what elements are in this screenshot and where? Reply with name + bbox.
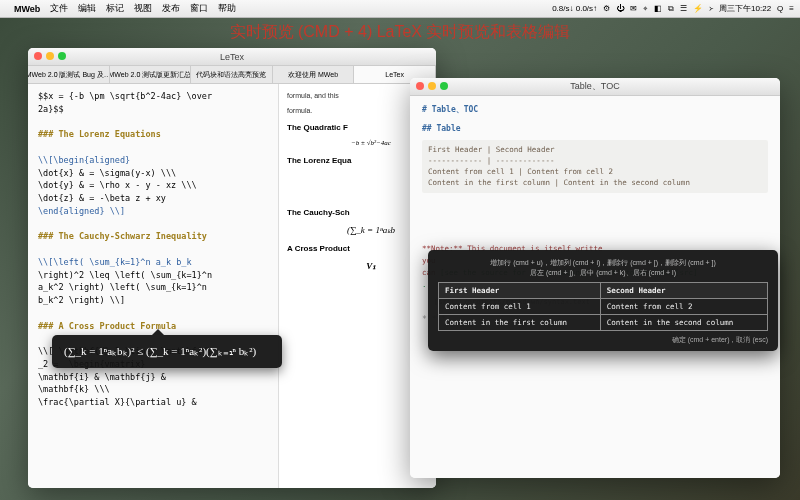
- table-row[interactable]: Content in the first column Content in t…: [439, 314, 768, 330]
- menu-help[interactable]: 帮助: [218, 2, 236, 15]
- table-cell[interactable]: Second Header: [600, 282, 767, 298]
- menu-publish[interactable]: 发布: [162, 2, 180, 15]
- battery-icon[interactable]: ⚡: [693, 4, 703, 13]
- menubar: MWeb 文件 编辑 标记 视图 发布 窗口 帮助 0.8/s↓ 0.0/s↑ …: [0, 0, 800, 18]
- menu-mark[interactable]: 标记: [106, 2, 124, 15]
- page-title: 实时预览 (CMD + 4) LaTeX 实时预览和表格编辑: [0, 22, 800, 43]
- editor-window: LeTex MWeb 2.0 版测试 Bug 及… MWeb 2.0 测试版更新…: [28, 48, 436, 488]
- tooltip-formula: (∑_k = 1ⁿaₖbₖ)² ≤ (∑_k = 1ⁿaₖ²)(∑ₖ₌₁ⁿ bₖ…: [64, 345, 256, 357]
- status-icon[interactable]: ⌖: [643, 4, 648, 14]
- latex-tooltip: (∑_k = 1ⁿaₖbₖ)² ≤ (∑_k = 1ⁿaₖ²)(∑ₖ₌₁ⁿ bₖ…: [52, 335, 282, 368]
- spotlight-icon[interactable]: Q: [777, 4, 783, 13]
- close-button[interactable]: [416, 82, 424, 90]
- table-cell[interactable]: First Header: [439, 282, 601, 298]
- md-link-ref: .: [422, 280, 427, 289]
- menu-view[interactable]: 视图: [134, 2, 152, 15]
- md-line: Content in the first column | Content in…: [428, 177, 762, 188]
- shortcuts-hint: 增加行 (cmd + u)，增加列 (cmd + i)，删除行 (cmd + […: [438, 258, 768, 278]
- table-row[interactable]: Content from cell 1 Content from cell 2: [439, 298, 768, 314]
- status-icon[interactable]: ◧: [654, 4, 662, 13]
- status-icon[interactable]: ⚙: [603, 4, 610, 13]
- menu-file[interactable]: 文件: [50, 2, 68, 15]
- editor-titlebar[interactable]: LeTex: [28, 48, 436, 66]
- md-h1: # Table、TOC: [422, 104, 768, 117]
- zoom-button[interactable]: [58, 52, 66, 60]
- md-line: Content from cell 1 | Content from cell …: [428, 166, 762, 177]
- table-editor-overlay: 增加行 (cmd + u)，增加列 (cmd + i)，删除行 (cmd + […: [428, 250, 778, 351]
- minimize-button[interactable]: [46, 52, 54, 60]
- status-icon[interactable]: ⧉: [668, 4, 674, 14]
- status-icon[interactable]: ☰: [680, 4, 687, 13]
- minimize-button[interactable]: [428, 82, 436, 90]
- menu-edit[interactable]: 编辑: [78, 2, 96, 15]
- tab[interactable]: MWeb 2.0 版测试 Bug 及…: [28, 66, 110, 83]
- md-table-source[interactable]: First Header | Second Header -----------…: [422, 140, 768, 193]
- notification-icon[interactable]: ≡: [789, 4, 794, 13]
- md-line: First Header | Second Header: [428, 144, 762, 155]
- table-header-row[interactable]: First Header Second Header: [439, 282, 768, 298]
- zoom-button[interactable]: [440, 82, 448, 90]
- wifi-icon[interactable]: ᚛: [709, 4, 713, 13]
- clock[interactable]: 周三下午10:22: [719, 3, 771, 14]
- status-icon[interactable]: ✉: [630, 4, 637, 13]
- table-cell[interactable]: Content from cell 1: [439, 298, 601, 314]
- app-name[interactable]: MWeb: [14, 4, 40, 14]
- tab[interactable]: 欢迎使用 MWeb: [273, 66, 355, 83]
- window-title: Table、TOC: [570, 80, 619, 93]
- tab[interactable]: 代码块和语法高亮预览: [191, 66, 273, 83]
- traffic-lights: [34, 52, 66, 60]
- table-cell[interactable]: Content in the first column: [439, 314, 601, 330]
- table-cell[interactable]: Content in the second column: [600, 314, 767, 330]
- editable-table[interactable]: First Header Second Header Content from …: [438, 282, 768, 331]
- menu-window[interactable]: 窗口: [190, 2, 208, 15]
- table-cell[interactable]: Content from cell 2: [600, 298, 767, 314]
- table-titlebar[interactable]: Table、TOC: [410, 78, 780, 96]
- md-line: ------------ | -------------: [428, 155, 762, 166]
- editor-tabs: MWeb 2.0 版测试 Bug 及… MWeb 2.0 测试版更新汇总 代码块…: [28, 66, 436, 84]
- tab[interactable]: MWeb 2.0 测试版更新汇总: [110, 66, 192, 83]
- md-h2: ## Table: [422, 123, 768, 136]
- net-speed: 0.8/s↓ 0.0/s↑: [552, 4, 597, 13]
- traffic-lights: [416, 82, 448, 90]
- overlay-footer: 确定 (cmd + enter)，取消 (esc): [438, 335, 768, 345]
- close-button[interactable]: [34, 52, 42, 60]
- window-title: LeTex: [220, 52, 244, 62]
- status-icon[interactable]: ⏻: [616, 4, 624, 13]
